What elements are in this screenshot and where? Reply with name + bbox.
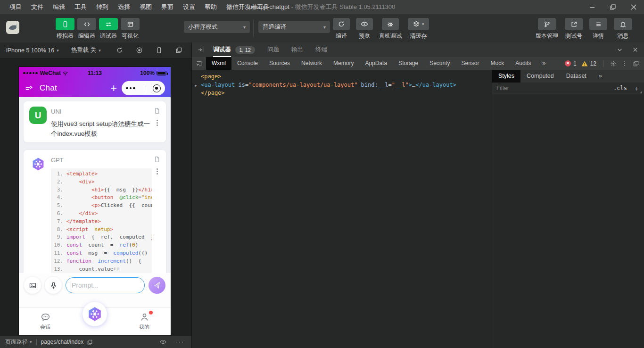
image-button[interactable] <box>24 277 41 294</box>
more-menu-icon[interactable] <box>126 87 135 90</box>
debugger-tab-问题[interactable]: 问题 <box>267 42 279 57</box>
record-icon[interactable] <box>136 47 143 54</box>
menu-item-选择[interactable]: 选择 <box>113 0 135 14</box>
gpt-center-button[interactable] <box>83 302 107 326</box>
device-select[interactable]: iPhone 5 100% 16 ▾ <box>6 47 59 54</box>
phone-frame-icon[interactable] <box>156 47 163 54</box>
close-window-button[interactable] <box>623 0 644 14</box>
compile-select[interactable]: 普通编译 ▾ <box>258 21 330 33</box>
mode-button[interactable] <box>56 18 74 30</box>
wxml-tree-node[interactable]: </page> <box>192 89 492 98</box>
devtools-tab-Network[interactable]: Network <box>296 57 328 70</box>
action-测试号[interactable]: 测试号 <box>565 18 583 40</box>
menu-item-设置[interactable]: 设置 <box>178 0 200 14</box>
menu-item-视图[interactable]: 视图 <box>135 0 157 14</box>
devtools-tab-»[interactable]: » <box>537 57 552 70</box>
action-button[interactable]: ▾ <box>408 18 429 30</box>
action-button[interactable] <box>382 18 399 30</box>
action-消息[interactable]: 消息 <box>614 18 632 40</box>
project-avatar[interactable] <box>6 21 19 34</box>
message-more-icon[interactable] <box>157 119 158 127</box>
action-button[interactable] <box>614 18 632 30</box>
mode-button[interactable] <box>99 18 118 30</box>
action-清缓存[interactable]: ▾清缓存 <box>408 18 429 40</box>
devtools-more-icon[interactable] <box>621 60 628 67</box>
styles-tab-Styles[interactable]: Styles <box>492 70 520 83</box>
devtools-tab-Wxml[interactable]: Wxml <box>206 57 231 70</box>
send-button[interactable] <box>149 277 165 294</box>
wxml-tree-node[interactable]: ▶<ua-layout is="components/ua-layout/ua-… <box>192 81 492 90</box>
collapse-chevron-icon[interactable] <box>617 47 623 53</box>
microphone-button[interactable] <box>45 277 62 294</box>
debugger-tab-调试器[interactable]: 调试器1, 12 <box>213 42 255 57</box>
styles-tab-Dataset[interactable]: Dataset <box>560 70 593 83</box>
tab-chat[interactable]: 会话 <box>36 312 55 331</box>
wxml-element-tree[interactable]: <page>▶<ua-layout is="components/ua-layo… <box>192 70 492 348</box>
menu-item-项目[interactable]: 项目 <box>5 0 26 14</box>
action-详情[interactable]: 详情 <box>589 18 607 40</box>
mode-toggle-调试器[interactable]: 调试器 <box>99 18 118 40</box>
devtools-tab-Sources[interactable]: Sources <box>264 57 296 70</box>
mode-button[interactable] <box>77 18 96 30</box>
copy-document-icon[interactable] <box>154 156 160 163</box>
minimize-button[interactable] <box>582 0 603 14</box>
mode-toggle-模拟器[interactable]: 模拟器 <box>56 18 74 40</box>
error-counter[interactable]: ✕ 1 <box>565 60 577 67</box>
styles-tab-»[interactable]: » <box>593 70 608 83</box>
action-编译[interactable]: 编译 <box>333 18 350 40</box>
inspect-element-icon[interactable] <box>192 60 206 67</box>
hot-reload-select[interactable]: 热重载 关 ▾ <box>71 46 101 54</box>
refresh-simulator-icon[interactable] <box>116 47 123 54</box>
menu-item-编辑[interactable]: 编辑 <box>48 0 70 14</box>
devtools-tab-AppData[interactable]: AppData <box>359 57 393 70</box>
menu-item-界面[interactable]: 界面 <box>157 0 178 14</box>
wxml-tree-node[interactable]: <page> <box>192 73 492 81</box>
mode-button[interactable] <box>121 18 140 30</box>
settings-gear-icon[interactable] <box>610 60 617 67</box>
close-debugger-icon[interactable] <box>632 47 638 53</box>
action-版本管理[interactable]: 版本管理 <box>536 18 558 40</box>
menu-item-帮助[interactable]: 帮助 <box>200 0 222 14</box>
debugger-tab-输出[interactable]: 输出 <box>291 42 303 57</box>
cls-button[interactable]: .cls <box>613 85 627 91</box>
message-more-icon[interactable] <box>157 167 158 175</box>
devtools-tab-Console[interactable]: Console <box>231 57 264 70</box>
action-button[interactable] <box>589 18 607 30</box>
prompt-input[interactable] <box>66 277 145 293</box>
styles-tab-Computed[interactable]: Computed <box>520 70 560 83</box>
debugger-tab-终端[interactable]: 终端 <box>315 42 327 57</box>
devtools-tab-Memory[interactable]: Memory <box>328 57 359 70</box>
dock-panel-icon[interactable] <box>198 46 205 53</box>
expand-arrow-icon[interactable]: ▶ <box>195 82 197 90</box>
more-options-icon[interactable]: ··· <box>176 339 184 345</box>
action-button[interactable] <box>565 18 583 30</box>
action-真机调试[interactable]: 真机调试 <box>379 18 402 40</box>
page-path-label[interactable]: 页面路径 <box>5 338 28 346</box>
close-miniprogram-icon[interactable] <box>153 84 161 92</box>
undock-icon[interactable] <box>633 60 639 67</box>
restore-button[interactable] <box>603 0 623 14</box>
copy-document-icon[interactable] <box>154 108 160 114</box>
devtools-tab-Security[interactable]: Security <box>424 57 455 70</box>
action-预览[interactable]: 预览 <box>356 18 373 40</box>
add-style-button[interactable]: + <box>633 84 640 92</box>
copy-path-icon[interactable] <box>87 339 93 345</box>
action-button[interactable] <box>538 18 556 30</box>
devtools-tab-Mock[interactable]: Mock <box>485 57 510 70</box>
mode-toggle-编辑器[interactable]: 编辑器 <box>77 18 96 40</box>
add-icon[interactable]: + <box>111 83 117 94</box>
mode-select[interactable]: 小程序模式 ▾ <box>184 21 250 33</box>
devtools-tab-Sensor[interactable]: Sensor <box>456 57 485 70</box>
nav-menu-icon[interactable] <box>25 84 33 93</box>
menu-item-转到[interactable]: 转到 <box>91 0 113 14</box>
action-button[interactable] <box>333 18 350 30</box>
eye-icon[interactable] <box>160 339 166 345</box>
tab-profile[interactable]: 我的 <box>135 312 154 331</box>
filter-input[interactable]: Filter <box>496 85 613 91</box>
devtools-tab-Audits[interactable]: Audits <box>510 57 537 70</box>
action-button[interactable] <box>356 18 373 30</box>
menu-item-文件[interactable]: 文件 <box>26 0 48 14</box>
mode-toggle-可视化[interactable]: 可视化 <box>121 18 140 40</box>
multi-window-icon[interactable] <box>175 47 182 54</box>
devtools-tab-Storage[interactable]: Storage <box>393 57 424 70</box>
